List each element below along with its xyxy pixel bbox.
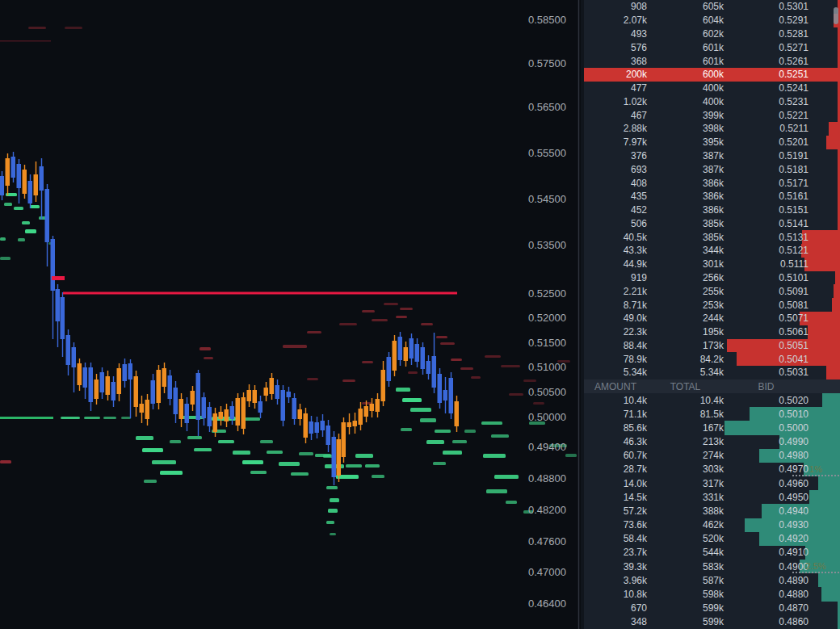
ask-row[interactable]: 2.88k398k0.5211 (584, 122, 840, 136)
ask-total-cell: 344k (647, 245, 724, 256)
ask-amount-cell: 435 (584, 191, 647, 202)
ask-row[interactable]: 5.34k5.34k0.5031 (584, 366, 840, 379)
bid-price-cell: 0.5010 (724, 409, 808, 420)
buy-print-dash (136, 436, 153, 440)
bid-row[interactable]: 14.5k331k0.4950 (584, 490, 840, 504)
depth-bar (826, 366, 840, 379)
bid-row[interactable]: 73.6k462k0.4930 (584, 518, 840, 532)
candle-body (332, 437, 337, 477)
candle-body (202, 397, 207, 418)
buy-print-dash (291, 472, 309, 476)
candle-body (304, 413, 309, 438)
bid-price-cell: 0.4860 (724, 616, 808, 627)
candle-body (342, 422, 346, 457)
green-level-line (0, 417, 53, 419)
bid-row[interactable]: 46.3k213k0.4990 (584, 435, 840, 449)
candle-body (168, 375, 173, 399)
ask-row[interactable]: 7.97k395k0.5201 (584, 136, 840, 149)
candlestick-chart-canvas[interactable]: 0.585000.575000.565000.555000.545000.535… (0, 0, 581, 629)
ask-amount-cell: 506 (584, 218, 647, 229)
ask-row[interactable]: 40.5k385k0.5131 (584, 230, 840, 244)
bid-total-cell: 331k (647, 492, 724, 503)
ask-amount-cell: 7.97k (584, 136, 647, 148)
buy-print-dash (22, 221, 30, 224)
ask-total-cell: 386k (647, 204, 724, 216)
candle-body (51, 239, 56, 291)
ask-row[interactable]: 506385k0.5141 (584, 217, 840, 231)
ask-row[interactable]: 908605k0.5301 (584, 0, 840, 14)
bid-row[interactable]: 71.1k81.5k0.5010 (584, 407, 840, 421)
bid-row[interactable]: 10.4k10.4k0.5020 (584, 393, 840, 407)
ask-row[interactable]: 435386k0.5161 (584, 190, 840, 203)
candle-body (353, 421, 358, 426)
bid-amount-cell: 39.3k (584, 561, 647, 572)
ask-row[interactable]: 408386k0.5171 (584, 176, 840, 190)
bid-total-cell: 81.5k (647, 409, 724, 420)
ask-amount-cell: 88.4k (584, 340, 647, 351)
ask-row[interactable]: 1.02k400k0.5231 (584, 94, 840, 108)
ask-row[interactable]: 2.07k604k0.5291 (584, 14, 840, 27)
candle-body (398, 337, 403, 360)
bid-row[interactable]: 28.7k303k0.49701% (584, 463, 840, 476)
ask-row[interactable]: 49.0k244k0.5071 (584, 312, 840, 325)
ask-price-cell: 0.5261 (724, 56, 808, 67)
ask-row[interactable]: 43.3k344k0.5121 (584, 244, 840, 258)
ask-row[interactable]: 493602k0.5281 (584, 27, 840, 41)
bid-row[interactable]: 348599k0.4860 (584, 615, 840, 629)
buy-print-dash (435, 430, 451, 433)
candle-body (359, 409, 363, 425)
ask-row[interactable]: 467399k0.5221 (584, 108, 840, 122)
candle-body (17, 164, 22, 188)
candle-body (145, 400, 150, 419)
ask-price-cell: 0.5231 (724, 96, 808, 107)
buy-print-dash (187, 436, 202, 439)
ask-row[interactable]: 8.71k253k0.5081 (584, 298, 840, 312)
bid-row[interactable]: 670599k0.4870 (584, 602, 840, 615)
price-axis-label: 0.50500 (528, 386, 566, 398)
bid-row[interactable]: 14.0k317k0.4960 (584, 476, 840, 490)
candle-body (393, 341, 397, 371)
price-axis-label: 0.49400 (528, 441, 566, 453)
candle-body (134, 376, 139, 407)
candle-body (94, 379, 99, 399)
bid-row[interactable]: 58.4k520k0.4920 (584, 532, 840, 546)
ask-row[interactable]: 200k600k0.5251 (584, 68, 840, 82)
bid-row[interactable]: 39.3k583k0.49002.5% (584, 560, 840, 573)
candle-body (34, 174, 39, 195)
order-book: 908605k0.53012.07k604k0.5291493602k0.528… (581, 0, 840, 629)
candle-body (410, 338, 414, 359)
ask-row[interactable]: 576601k0.5271 (584, 40, 840, 54)
candle-body (432, 356, 437, 388)
bid-amount-cell: 14.0k (584, 478, 647, 489)
ask-row[interactable]: 376387k0.5191 (584, 149, 840, 163)
buy-print-dash (464, 430, 476, 433)
bid-row[interactable]: 85.6k167k0.5000 (584, 421, 840, 434)
ask-price-cell: 0.5051 (724, 340, 808, 351)
candle-body (298, 409, 303, 419)
ask-row[interactable]: 22.3k195k0.5061 (584, 325, 840, 339)
bid-row[interactable]: 57.2k388k0.4940 (584, 504, 840, 518)
ask-row[interactable]: 368601k0.5261 (584, 54, 840, 68)
bid-total-cell: 303k (647, 463, 724, 475)
bid-row[interactable]: 23.7k544k0.4910 (584, 546, 840, 560)
ask-price-cell: 0.5291 (724, 15, 808, 26)
ask-row[interactable]: 452386k0.5151 (584, 203, 840, 217)
ask-row[interactable]: 2.21k255k0.5091 (584, 284, 840, 298)
buy-print-dash (84, 417, 100, 419)
ask-row[interactable]: 477400k0.5241 (584, 82, 840, 95)
ask-row[interactable]: 919256k0.5101 (584, 271, 840, 285)
ask-row[interactable]: 78.9k84.2k0.5041 (584, 352, 840, 366)
ask-row[interactable]: 693387k0.5181 (584, 162, 840, 176)
ask-total-cell: 84.2k (647, 354, 724, 365)
scrollbar-thumb[interactable] (834, 7, 838, 24)
bid-row[interactable]: 10.8k598k0.4880 (584, 587, 840, 601)
bid-row[interactable]: 3.96k587k0.4890 (584, 573, 840, 587)
bid-amount-cell: 85.6k (584, 422, 647, 434)
price-axis-label: 0.56500 (528, 101, 566, 113)
bid-row[interactable]: 60.7k274k0.4980 (584, 449, 840, 463)
bid-price-cell: 0.4870 (724, 602, 808, 614)
ask-row[interactable]: 88.4k173k0.5051 (584, 339, 840, 353)
ask-row[interactable]: 44.9k301k0.5111 (584, 258, 840, 271)
price-chart[interactable]: 0.585000.575000.565000.555000.545000.535… (0, 0, 581, 629)
ask-price-cell: 0.5131 (724, 232, 808, 243)
